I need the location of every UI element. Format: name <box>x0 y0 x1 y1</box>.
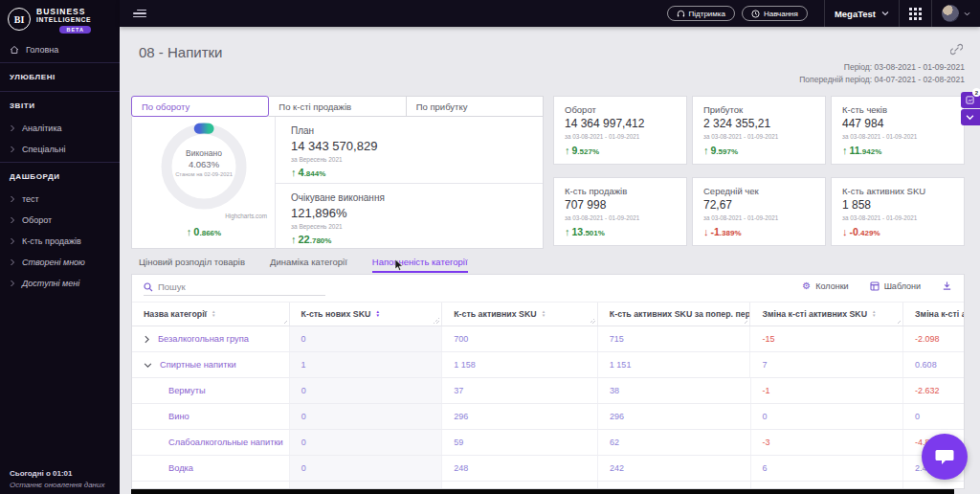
training-button[interactable]: Навчання <box>742 6 808 21</box>
sidebar-item-test[interactable]: тест <box>0 189 120 210</box>
resize-handle[interactable] <box>281 318 287 324</box>
arrow-up-icon: ↑ <box>842 145 848 156</box>
account-menu[interactable]: MegaTest <box>835 9 889 19</box>
sidebar-item-special[interactable]: Спеціальні <box>0 139 120 160</box>
brand-name: BUSINESS INTELLIGENCE BETA <box>36 8 91 34</box>
table-row[interactable]: Водка 0 248 242 6 2.479 <box>132 456 964 482</box>
period-info: Період: 03-08-2021 - 01-09-2021 Попередн… <box>799 61 965 86</box>
chat-button[interactable] <box>922 434 968 480</box>
table-row[interactable]: Спиртные напитки 1 1 158 1 151 7 0.608 <box>132 352 964 378</box>
search-icon <box>144 282 153 292</box>
tab-price-distribution[interactable]: Ціновий розподіл товарів <box>139 257 245 273</box>
tab-by-sales-count[interactable]: По к-сті продажів <box>269 96 406 117</box>
chevron-right-icon <box>10 124 15 132</box>
plan-column: План 14 343 570,829 за Вересень 2021 ↑4.… <box>276 117 543 249</box>
brand-line1: BUSINESS <box>36 8 85 16</box>
donut-delta: ↑0.866% <box>132 226 276 237</box>
sidebar-item-label: К-сть продажів <box>22 236 81 246</box>
column-header-category[interactable]: Назва категорії▲▼ <box>132 303 290 326</box>
kpi-delta: ↓-0.429% <box>842 226 964 237</box>
plan-value: 14 343 570,829 <box>291 138 543 155</box>
support-button[interactable]: Підтримка <box>667 6 735 21</box>
share-link-icon[interactable] <box>950 42 963 59</box>
sort-icon: ▲▼ <box>212 310 215 318</box>
kpi-card-checks-count: К-сть чеків 447 984 за 03-08-2021 - 01-0… <box>831 96 965 165</box>
main-content: 08 - Напитки Період: 03-08-2021 - 01-09-… <box>120 27 980 494</box>
table-row[interactable]: Вино 0 296 296 0 0 <box>132 404 964 430</box>
table-row[interactable]: Слабоалкогольные напитки 0 59 62 -3 -4.8… <box>132 430 964 456</box>
resize-handle[interactable] <box>434 318 439 324</box>
sidebar-item-created-by-me[interactable]: Створені мною <box>0 252 120 273</box>
collapse-panel-button[interactable] <box>961 109 980 125</box>
period-previous: Попередній період: 04-07-2021 - 02-08-20… <box>799 74 965 86</box>
plan-block: План 14 343 570,829 за Вересень 2021 ↑4.… <box>276 117 543 178</box>
brand-line2: INTELLIGENCE <box>36 16 91 24</box>
completion-gauge: Виконано 4.063% Станом на 02-09-2021 Hig… <box>132 117 276 249</box>
templates-button[interactable]: Шаблони <box>870 281 921 291</box>
report-icon <box>966 96 974 104</box>
donut-chart: Виконано 4.063% Станом на 02-09-2021 <box>156 119 252 214</box>
kpi-label: К-сть продажів <box>565 185 686 197</box>
column-header-active-sku[interactable]: К-сть активних SKU▲▼ <box>442 303 598 326</box>
search-input[interactable] <box>158 281 311 292</box>
sidebar-item-turnover[interactable]: Оборот <box>0 210 120 231</box>
sidebar-section-dashboards: ДАШБОРДИ <box>0 165 120 189</box>
plan-panel: По обороту По к-сті продажів По прибутку <box>131 96 544 249</box>
export-panel-button[interactable]: 2 <box>961 92 980 108</box>
expand-icon[interactable] <box>144 335 150 344</box>
chat-bubble-icon <box>934 447 955 466</box>
kpi-value: 14 364 997,412 <box>565 116 686 132</box>
kpi-delta: ↑9.527% <box>565 145 686 156</box>
table-row[interactable]: Безалкогольная група 0 700 715 -15 -2.09… <box>132 326 964 352</box>
expected-label: Очікуване виконання <box>291 191 543 205</box>
period-current: Період: 03-08-2021 - 01-09-2021 <box>799 61 965 74</box>
column-header-new-sku[interactable]: К-сть нових SKU▲▼ <box>290 303 443 326</box>
column-header-change-active-pct[interactable]: Зміна к-сті активн <box>903 303 964 326</box>
resize-handle[interactable] <box>742 318 747 324</box>
chevron-right-icon <box>10 280 15 287</box>
user-menu[interactable] <box>942 5 970 22</box>
tab-by-profit[interactable]: По прибутку <box>407 96 544 117</box>
sidebar-item-label: тест <box>22 194 39 204</box>
sidebar-item-available-to-me[interactable]: Доступні мені <box>0 273 120 294</box>
download-button[interactable] <box>942 281 952 291</box>
column-header-change-active-sku[interactable]: Зміна к-сті активних SKU▲▼ <box>750 303 903 326</box>
highcharts-watermark: Highcharts.com <box>225 213 267 219</box>
training-label: Навчання <box>764 10 798 18</box>
table-row[interactable]: Вермуты 0 37 38 -1 -2.632 <box>132 378 964 404</box>
apps-grid-icon[interactable] <box>909 8 922 20</box>
template-icon <box>870 281 880 291</box>
arrow-up-icon: ↑ <box>703 145 709 156</box>
last-update-time: Сьогодні о 01:01 <box>10 468 110 480</box>
menu-toggle-icon[interactable] <box>133 10 146 18</box>
columns-button[interactable]: ⚙ Колонки <box>802 281 848 291</box>
plan-label: План <box>291 124 543 138</box>
arrow-up-icon: ↑ <box>565 145 570 156</box>
donut-center-text: Виконано 4.063% Станом на 02-09-2021 <box>156 147 252 179</box>
kpi-card-turnover: Оборот 14 364 997,412 за 03-08-2021 - 01… <box>553 96 687 165</box>
kpi-period: за 03-08-2021 - 01-09-2021 <box>703 132 825 142</box>
arrow-down-icon: ↓ <box>842 226 848 237</box>
table-row[interactable]: Коньяк 1 334 333 4 3.507 <box>132 482 964 489</box>
column-header-active-sku-prev[interactable]: К-сть активних SKU за попер. період▲▼ <box>598 303 751 326</box>
templates-label: Шаблони <box>884 281 921 291</box>
resize-handle[interactable] <box>590 318 595 324</box>
kpi-card-profit: Прибуток 2 324 355,21 за 03-08-2021 - 01… <box>692 96 826 165</box>
expected-period: за Вересень 2021 <box>291 222 543 232</box>
expected-block: Очікуване виконання 121,896% за Вересень… <box>276 184 543 245</box>
collapse-icon[interactable] <box>144 362 152 369</box>
tab-by-turnover[interactable]: По обороту <box>131 96 269 117</box>
kpi-period: за 03-08-2021 - 01-09-2021 <box>565 132 686 142</box>
divider <box>0 162 120 163</box>
kpi-delta: ↑13.501% <box>565 226 686 237</box>
sidebar-item-home[interactable]: Головна <box>0 39 120 60</box>
table-tabs: Ціновий розподіл товарів Динаміка катего… <box>139 257 468 273</box>
resize-handle[interactable] <box>895 318 901 324</box>
sidebar-item-analytics[interactable]: Аналітика <box>0 118 120 139</box>
table-header: Назва категорії▲▼ К-сть нових SKU▲▼ К-ст… <box>132 302 964 326</box>
kpi-card-active-sku: К-сть активних SKU 1 858 за 03-08-2021 -… <box>831 177 965 246</box>
tab-category-dynamics[interactable]: Динаміка категорії <box>270 257 347 273</box>
sidebar-item-sales-count[interactable]: К-сть продажів <box>0 231 120 252</box>
bottom-strip <box>131 489 954 494</box>
tab-category-fullness[interactable]: Наповненість категорії <box>372 257 468 273</box>
